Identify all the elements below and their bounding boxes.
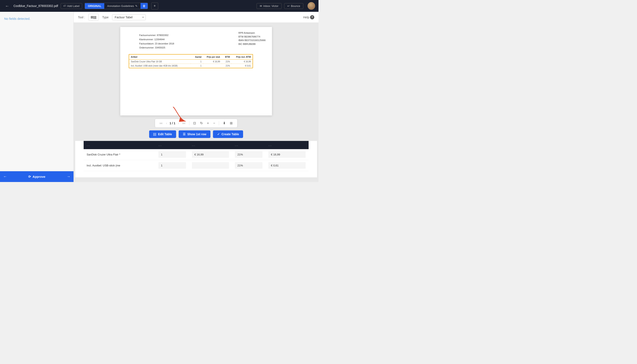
bounce-label: Bounce <box>291 4 300 8</box>
nav-back-button[interactable]: ← <box>3 3 11 9</box>
create-table-icon: ✓ <box>217 132 220 136</box>
col2-dots: ... <box>158 144 162 146</box>
row2-col4-input[interactable] <box>235 162 262 169</box>
inbox-icon: ✉ <box>260 4 262 8</box>
pdf-row1-artikel: SanDisk Cruzer Ultra Flair 16 GB <box>129 60 191 64</box>
last-page-icon: ⏭ <box>182 121 186 125</box>
pdf-table-wrapper: Artikel Aantal Prijs per stuk BTW Prijs … <box>129 54 253 68</box>
row2-col1-text: Incl. Auvibel: USB-stick (me <box>86 164 120 167</box>
row1-col4 <box>232 149 266 160</box>
row2-col5-input[interactable] <box>268 162 306 169</box>
row2-col5 <box>266 160 308 171</box>
pdf-page: RPR Antwerpen BTW BE0867686774 IBAN BE07… <box>120 27 272 116</box>
pdf-rpr: RPR Antwerpen <box>238 31 266 35</box>
factuurdatum-value: 23 december 2018 <box>155 42 174 45</box>
rotate-button[interactable]: ↻ <box>199 121 204 126</box>
pdf-table: Artikel Aantal Prijs per stuk BTW Prijs … <box>129 54 252 68</box>
page-prev-button[interactable]: ‹ <box>165 121 168 125</box>
type-select[interactable]: Factuur Tabel Factuur Order <box>112 14 146 20</box>
pdf-iban: IBAN BE07310160125666 <box>238 38 266 42</box>
row1-col3-input[interactable] <box>192 151 229 158</box>
row1-col2 <box>156 149 189 160</box>
pdf-col-btw: BTW <box>222 54 232 60</box>
pdf-col-prijs: Prijs per stuk <box>203 54 222 60</box>
zoom-in-button[interactable]: + <box>206 121 210 126</box>
data-col-1-header: ... <box>84 141 156 149</box>
pdf-row2-btw: 21% <box>222 64 232 68</box>
show-1st-label: Show 1st row <box>187 132 206 136</box>
pdf-row2-incl: € 0,61 <box>232 64 252 68</box>
row1-col5 <box>266 149 308 160</box>
zoom-out-button[interactable]: − <box>212 121 216 126</box>
tool-bar: Tool : ⊞ ||| Type Factuur Tabel Factuur … <box>74 12 318 23</box>
col5-dots: ... <box>268 144 272 146</box>
fit-page-button[interactable]: ⊡ <box>192 121 197 126</box>
klantnummer-label: Klantnummer: <box>139 38 154 41</box>
data-col-3-header: ... <box>189 141 232 149</box>
tag-icon: 🏷 <box>64 4 66 7</box>
row1-col2-input[interactable] <box>158 151 186 158</box>
pdf-row1-incl: € 16,99 <box>232 60 252 64</box>
help-button[interactable]: Help ? <box>303 15 314 20</box>
data-table-header-row: ... ... ... ... <box>84 141 308 149</box>
inbox-button[interactable]: ✉ Inbox: Victor <box>256 3 282 9</box>
pdf-row2-prijs <box>203 64 222 68</box>
zoom-out-icon: − <box>213 121 215 125</box>
page-next-button[interactable]: › <box>177 121 180 125</box>
row1-col4-input[interactable] <box>235 151 262 158</box>
annotation-guidelines-button[interactable]: Annotation Guidelines ✎ <box>104 3 140 9</box>
zoom-in-icon: + <box>207 121 209 125</box>
pdf-col-artikel: Artikel <box>129 54 191 60</box>
page-last-button[interactable]: ⏭ <box>182 121 187 125</box>
help-label: Help <box>303 16 309 19</box>
ordernummer-value: 33455025 <box>155 46 165 49</box>
nav-filename: Coolblue_Factuur_878003302.pdf <box>14 4 58 8</box>
factuurdatum-label: Factuurdatum: <box>139 42 155 45</box>
row1-col5-input[interactable] <box>268 151 306 158</box>
row1-col1-text: SanDisk Cruzer Ultra Flair * <box>86 153 120 156</box>
pdf-btw: BTW BE0867686774 <box>238 35 266 39</box>
tool-label: Tool : <box>78 16 85 19</box>
approve-forward-button[interactable]: → <box>64 171 74 182</box>
create-table-button[interactable]: ✓ Create Table <box>213 130 243 138</box>
show-1st-row-button[interactable]: ☰ Show 1st row <box>179 130 210 138</box>
delete-button[interactable]: 🗑 <box>140 3 148 9</box>
pdf-col-incl: Prijs incl. BTW <box>232 54 252 60</box>
main-layout: No fields detected. ← ⟳ Approve → Tool :… <box>0 12 318 182</box>
ordernummer-label: Ordernummer: <box>139 46 155 49</box>
add-label-button[interactable]: 🏷 Add Label <box>61 3 82 9</box>
factuurnummer-value: 878003302 <box>157 34 168 36</box>
data-table-section: ... ... ... ... <box>75 141 317 177</box>
page-number: 1 / 1 <box>170 122 175 125</box>
download-button[interactable]: ⬇ <box>222 121 227 126</box>
pdf-table-row-2: Incl. Auvibel: USB-stick (meer dan 4GB t… <box>129 64 252 68</box>
delete-icon: 🗑 <box>142 4 146 8</box>
row2-col3 <box>189 160 232 171</box>
action-buttons-bar: ||| Edit Table ☰ Show 1st row ✓ Create T… <box>149 128 243 141</box>
original-button[interactable]: ORIGINAL <box>85 3 104 9</box>
add-tab-button[interactable]: + <box>151 2 158 10</box>
image-view-button[interactable]: ⊞ <box>228 121 234 126</box>
plus-icon: + <box>154 4 156 8</box>
page-first-button[interactable]: ⏮ <box>158 121 164 125</box>
pdf-row1-prijs: € 16,99 <box>203 60 222 64</box>
row1-col1: SanDisk Cruzer Ultra Flair * <box>84 149 156 160</box>
download-icon: ⬇ <box>223 121 226 125</box>
row2-col3-input[interactable] <box>192 162 229 169</box>
approve-back-button[interactable]: ← <box>0 171 10 182</box>
row2-col2-input[interactable] <box>158 162 186 169</box>
inbox-label: Inbox: Victor <box>263 4 278 8</box>
prev-page-icon: ‹ <box>166 121 167 125</box>
show-1st-icon: ☰ <box>183 132 186 136</box>
pdf-row1-aantal: 1 <box>191 60 203 64</box>
bounce-button[interactable]: ↩ Bounce <box>284 3 303 9</box>
edit-table-button[interactable]: ||| Edit Table <box>149 130 176 138</box>
row2-col1: Incl. Auvibel: USB-stick (me <box>84 160 156 171</box>
image-view-icon: ⊞ <box>230 121 232 125</box>
back-arrow-icon: ← <box>5 4 9 8</box>
data-table: ... ... ... ... <box>84 141 308 171</box>
tool-icon-button[interactable]: ⊞ ||| <box>88 14 99 20</box>
pdf-area: RPR Antwerpen BTW BE0867686774 IBAN BE07… <box>74 23 318 182</box>
approve-main-button[interactable]: ⟳ Approve <box>10 171 64 182</box>
page-controls: ⏮ ‹ 1 / 1 › ⏭ ⊡ ↻ <box>155 119 238 128</box>
